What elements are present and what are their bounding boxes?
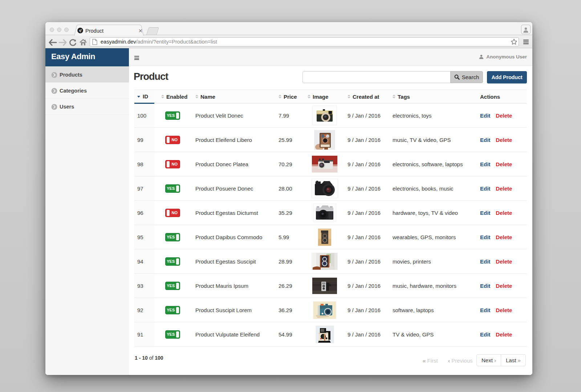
svg-text:sf: sf: [79, 29, 82, 32]
